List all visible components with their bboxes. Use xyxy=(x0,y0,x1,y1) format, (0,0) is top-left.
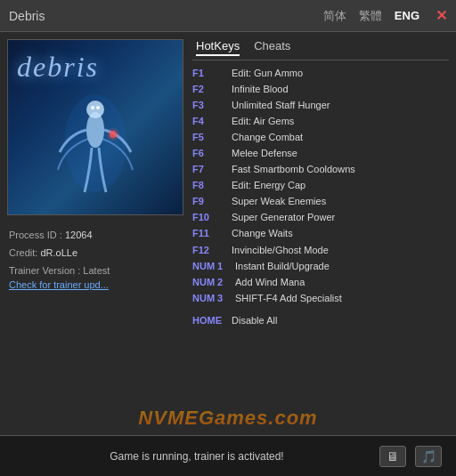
status-icons: 🖥 🎵 xyxy=(379,446,442,467)
svg-point-2 xyxy=(86,101,104,118)
hotkey-home-key: HOME xyxy=(192,313,232,328)
hotkey-list: F1 Edit: Gun Ammo F2 Infinite Blood F3 U… xyxy=(192,66,449,435)
credit-row: Credit: dR.oLLe xyxy=(9,247,176,258)
credit-value: dR.oLLe xyxy=(40,247,77,258)
hotkey-f2-key: F2 xyxy=(192,82,232,97)
hotkey-f3-key: F3 xyxy=(192,98,232,113)
process-id-label: Process ID : xyxy=(9,230,65,240)
hotkey-f6-action: Melee Defense xyxy=(232,146,297,161)
hotkey-f11-key: F11 xyxy=(192,226,232,241)
left-panel: debris xyxy=(0,32,185,435)
tab-cheats[interactable]: Cheats xyxy=(254,39,290,56)
lang-simplified[interactable]: 简体 xyxy=(320,6,350,26)
app-title: Debris xyxy=(9,9,320,23)
hotkey-num2-action: Add Wind Mana xyxy=(235,275,305,290)
hotkey-num1-key: NUM 1 xyxy=(192,259,235,274)
monitor-icon: 🖥 xyxy=(387,449,399,464)
hotkey-f9: F9 Super Weak Enemies xyxy=(192,194,449,209)
hotkey-f1: F1 Edit: Gun Ammo xyxy=(192,66,449,81)
hotkey-num3: NUM 3 SHIFT-F4 Add Specialist xyxy=(192,291,449,306)
svg-point-6 xyxy=(107,128,119,141)
hotkey-home-action: Disable All xyxy=(232,313,277,328)
hotkey-f5: F5 Change Combat xyxy=(192,130,449,145)
close-button[interactable]: ✕ xyxy=(436,7,447,24)
tab-hotkeys[interactable]: HotKeys xyxy=(196,39,240,56)
hotkey-f8: F8 Edit: Energy Cap xyxy=(192,178,449,193)
trainer-version-row: Trainer Version : Latest xyxy=(9,265,176,276)
hotkey-f12: F12 Invincible/Ghost Mode xyxy=(192,243,449,258)
hotkey-f10-key: F10 xyxy=(192,210,232,225)
info-panel: Process ID : 12064 Credit: dR.oLLe Train… xyxy=(0,222,185,435)
process-id-value: 12064 xyxy=(65,230,93,240)
hotkey-f7-key: F7 xyxy=(192,162,232,177)
monitor-icon-button[interactable]: 🖥 xyxy=(379,446,406,467)
tab-bar: HotKeys Cheats xyxy=(192,32,449,61)
title-bar: Debris 简体 繁體 ENG ✕ xyxy=(0,0,456,32)
game-figure xyxy=(51,81,140,206)
hotkey-f6-key: F6 xyxy=(192,146,232,161)
lang-traditional[interactable]: 繁體 xyxy=(355,6,386,26)
hotkey-f7: F7 Fast Smartbomb Cooldowns xyxy=(192,162,449,177)
trainer-version-label: Trainer Version : Latest xyxy=(9,265,110,276)
music-icon-button[interactable]: 🎵 xyxy=(415,446,442,467)
hotkey-f3: F3 Unlimited Staff Hunger xyxy=(192,98,449,113)
hotkey-f7-action: Fast Smartbomb Cooldowns xyxy=(232,162,355,177)
status-bar: Game is running, trainer is activated! 🖥… xyxy=(0,435,456,476)
hotkey-f12-key: F12 xyxy=(192,243,232,258)
process-id-row: Process ID : 12064 xyxy=(9,230,176,240)
hotkey-f6: F6 Melee Defense xyxy=(192,146,449,161)
hotkey-num3-action: SHIFT-F4 Add Specialist xyxy=(235,291,342,306)
hotkey-f10: F10 Super Generator Power xyxy=(192,210,449,225)
hotkey-num1: NUM 1 Instant Build/Upgrade xyxy=(192,259,449,274)
hotkey-num2: NUM 2 Add Wind Mana xyxy=(192,275,449,290)
hotkey-num3-key: NUM 3 xyxy=(192,291,235,306)
hotkey-f5-action: Change Combat xyxy=(232,130,303,145)
hotkey-home: HOME Disable All xyxy=(192,313,449,328)
hotkey-num1-action: Instant Build/Upgrade xyxy=(235,259,330,274)
hotkey-f8-action: Edit: Energy Cap xyxy=(232,178,305,193)
hotkey-f9-key: F9 xyxy=(192,194,232,209)
game-image-title: debris xyxy=(17,51,99,84)
hotkey-f2-action: Infinite Blood xyxy=(232,82,289,97)
hotkey-f1-key: F1 xyxy=(192,66,232,81)
hotkey-f1-action: Edit: Gun Ammo xyxy=(232,66,303,81)
hotkey-f11-action: Change Waits xyxy=(232,226,293,241)
hotkey-f8-key: F8 xyxy=(192,178,232,193)
hotkey-f10-action: Super Generator Power xyxy=(232,210,335,225)
hotkey-f2: F2 Infinite Blood xyxy=(192,82,449,97)
language-switcher: 简体 繁體 ENG ✕ xyxy=(320,6,447,26)
hotkey-f3-action: Unlimited Staff Hunger xyxy=(232,98,330,113)
hotkey-f4: F4 Edit: Air Gems xyxy=(192,114,449,129)
credit-label: Credit: xyxy=(9,247,40,258)
svg-point-3 xyxy=(91,106,94,109)
hotkey-f12-action: Invincible/Ghost Mode xyxy=(232,243,329,258)
music-icon: 🎵 xyxy=(421,449,436,464)
hotkey-f5-key: F5 xyxy=(192,130,232,145)
check-trainer-link[interactable]: Check for trainer upd... xyxy=(9,279,176,290)
game-thumbnail: debris xyxy=(7,39,183,215)
status-text: Game is running, trainer is activated! xyxy=(14,450,379,463)
hotkey-f9-action: Super Weak Enemies xyxy=(232,194,326,209)
main-content: debris xyxy=(0,32,456,435)
hotkey-f4-key: F4 xyxy=(192,114,232,129)
hotkey-num2-key: NUM 2 xyxy=(192,275,235,290)
right-panel: HotKeys Cheats F1 Edit: Gun Ammo F2 Infi… xyxy=(185,32,456,435)
hotkey-f11: F11 Change Waits xyxy=(192,226,449,241)
svg-point-4 xyxy=(96,106,100,109)
lang-english[interactable]: ENG xyxy=(391,7,423,24)
hotkey-f4-action: Edit: Air Gems xyxy=(232,114,294,129)
